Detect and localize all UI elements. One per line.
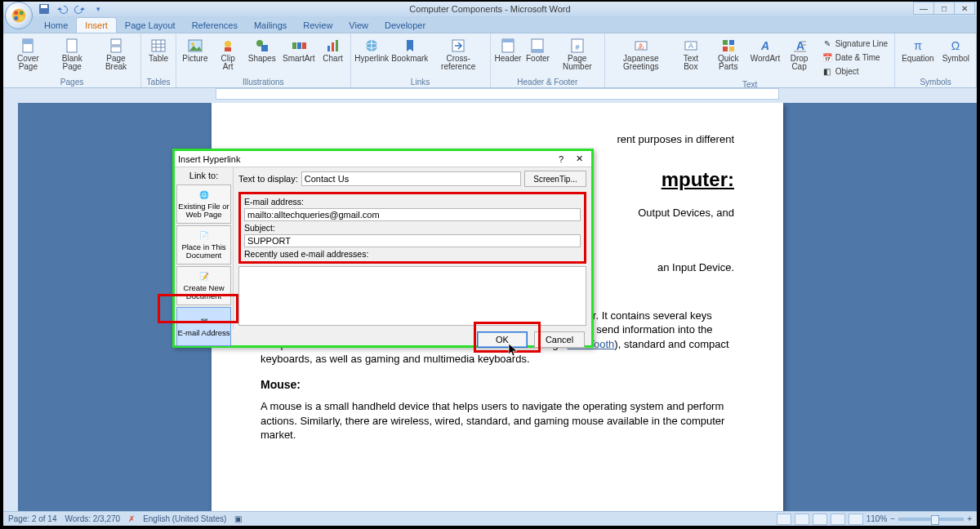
view-full-screen[interactable] (795, 513, 809, 525)
object-button[interactable]: ◧Object (820, 64, 890, 78)
view-print-layout[interactable] (777, 513, 791, 525)
tab-mailings[interactable]: Mailings (246, 18, 295, 33)
office-button[interactable] (5, 2, 33, 29)
signature-icon: ✎ (822, 38, 833, 49)
linkto-create-new[interactable]: 📝Create New Document (176, 266, 231, 305)
signature-line-button[interactable]: ✎Signature Line (820, 37, 890, 50)
svg-point-18 (191, 42, 194, 46)
view-outline[interactable] (831, 513, 845, 525)
horizontal-ruler[interactable] (216, 88, 779, 100)
body-fragment: rent purposes in different (261, 132, 734, 147)
email-address-input[interactable] (244, 208, 581, 221)
zoom-in-button[interactable]: + (967, 514, 972, 523)
tab-home[interactable]: Home (36, 18, 76, 33)
subject-label: Subject: (244, 223, 581, 233)
smartart-button[interactable]: SmartArt (280, 35, 318, 65)
view-draft[interactable] (849, 513, 863, 525)
status-page[interactable]: Page: 2 of 14 (8, 514, 57, 523)
linkto-place-in-doc[interactable]: 📄Place in This Document (176, 225, 231, 264)
dialog-help-button[interactable]: ? (552, 153, 570, 166)
shapes-button[interactable]: Shapes (246, 35, 278, 65)
undo-icon[interactable] (56, 2, 69, 16)
quick-access-toolbar: ▾ (38, 2, 105, 16)
cancel-button[interactable]: Cancel (534, 331, 585, 348)
svg-rect-10 (111, 39, 121, 45)
screentip-button[interactable]: ScreenTip... (524, 171, 586, 187)
object-icon: ◧ (822, 65, 833, 77)
minimize-button[interactable]: — (913, 2, 934, 15)
svg-rect-46 (729, 47, 734, 51)
tab-view[interactable]: View (341, 18, 376, 33)
datetime-button[interactable]: 📅Date & Time (820, 51, 890, 64)
zoom-level[interactable]: 110% (866, 514, 888, 523)
vertical-ruler[interactable] (3, 103, 18, 511)
title-bar: ▾ Computer Components - Microsoft Word —… (3, 2, 977, 16)
zoom-slider[interactable] (898, 518, 964, 521)
greetings-button[interactable]: あJapanese Greetings (608, 35, 673, 73)
symbol-button[interactable]: ΩSymbol (939, 35, 973, 65)
status-words[interactable]: Words: 2/3,270 (65, 514, 121, 523)
clipart-button[interactable]: Clip Art (212, 35, 244, 73)
dialog-titlebar: Insert Hyperlink ? ✕ (175, 151, 591, 167)
qat-customize-icon[interactable]: ▾ (91, 2, 105, 16)
wordart-button[interactable]: AWordArt (750, 35, 780, 65)
svg-rect-24 (297, 42, 301, 49)
chart-button[interactable]: Chart (319, 35, 347, 65)
table-button[interactable]: Table (145, 35, 172, 65)
dialog-close-button[interactable]: ✕ (570, 153, 588, 166)
cover-page-button[interactable]: Cover Page (7, 35, 50, 73)
picture-button[interactable]: Picture (180, 35, 211, 65)
equation-button[interactable]: πEquation (898, 35, 937, 65)
picture-icon (187, 38, 203, 54)
svg-rect-9 (67, 39, 77, 52)
dropcap-button[interactable]: ADrop Cap (782, 35, 816, 73)
text-to-display-input[interactable] (301, 171, 521, 186)
redo-icon[interactable] (74, 2, 87, 16)
blank-page-button[interactable]: Blank Page (51, 35, 93, 73)
linkto-email-address[interactable]: ✉E-mail Address (176, 307, 231, 346)
bookmark-icon (402, 38, 418, 54)
recent-emails-list[interactable] (238, 266, 586, 326)
display-label: Text to display: (238, 174, 298, 184)
svg-rect-43 (723, 40, 728, 45)
email-address-label: E-mail address: (244, 197, 581, 207)
linkto-existing-file[interactable]: 🌐Existing File or Web Page (176, 184, 231, 224)
dialog-main: Text to display: ScreenTip... E-mail add… (234, 167, 591, 329)
tab-references[interactable]: References (184, 18, 246, 33)
tab-insert[interactable]: Insert (76, 17, 117, 33)
linkto-panel: Link to: 🌐Existing File or Web Page 📄Pla… (175, 167, 234, 329)
recent-label: Recently used e-mail addresses: (244, 249, 581, 259)
page-break-button[interactable]: Page Break (95, 35, 137, 73)
svg-point-2 (20, 11, 24, 15)
tab-developer[interactable]: Developer (376, 18, 434, 33)
bookmark-doc-icon: 📄 (197, 230, 212, 242)
hyperlink-button[interactable]: Hyperlink (354, 35, 390, 65)
view-web-layout[interactable] (813, 513, 827, 525)
maximize-button[interactable]: □ (933, 2, 955, 15)
group-illustrations: Picture Clip Art Shapes SmartArt Chart I… (176, 33, 351, 87)
header-button[interactable]: Header (494, 35, 523, 65)
smartart-icon (291, 38, 307, 54)
svg-point-3 (14, 16, 18, 20)
bookmark-button[interactable]: Bookmark (391, 35, 429, 65)
proofing-icon[interactable]: ✗ (128, 514, 135, 523)
macro-icon[interactable]: ▣ (234, 514, 242, 523)
textbox-icon: A (683, 38, 699, 54)
group-headerfooter: Header Footer #Page Number Header & Foot… (491, 33, 606, 87)
quickparts-button[interactable]: Quick Parts (708, 35, 748, 73)
tab-review[interactable]: Review (295, 18, 341, 33)
close-button[interactable]: ✕ (954, 2, 975, 15)
subject-input[interactable] (244, 234, 581, 247)
crossref-button[interactable]: Cross-reference (430, 35, 487, 73)
shapes-icon (254, 38, 270, 54)
table-icon (150, 38, 167, 54)
status-language[interactable]: English (United States) (143, 514, 226, 523)
ok-button[interactable]: OK (477, 331, 528, 348)
save-icon[interactable] (38, 2, 51, 16)
svg-rect-8 (23, 39, 33, 44)
zoom-out-button[interactable]: − (890, 514, 895, 523)
tab-page-layout[interactable]: Page Layout (117, 18, 184, 33)
footer-button[interactable]: Footer (523, 35, 551, 65)
pagenumber-button[interactable]: #Page Number (553, 35, 601, 73)
textbox-button[interactable]: AText Box (675, 35, 707, 73)
